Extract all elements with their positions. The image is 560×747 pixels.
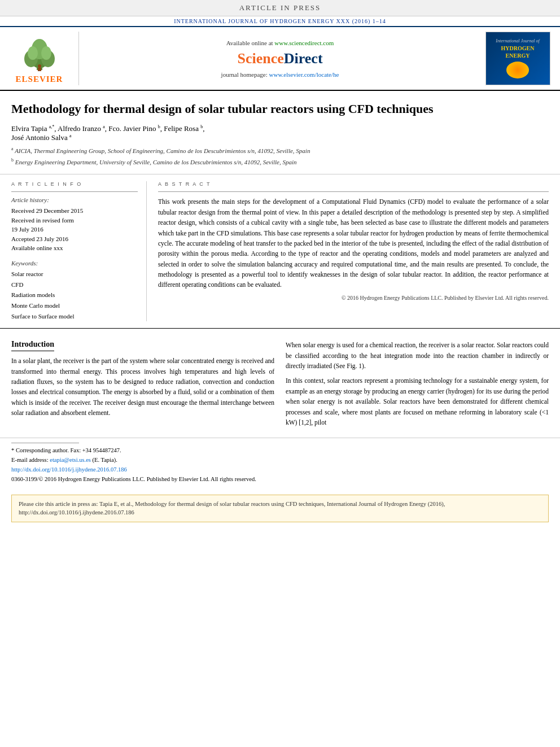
bottom-copyright: 0360-3199/© 2016 Hydrogen Energy Publica… [11, 475, 549, 484]
authors-line: Elvira Tapia a,*, Alfredo Iranzo a, Fco.… [11, 124, 549, 143]
abstract-copyright: © 2016 Hydrogen Energy Publications LLC.… [158, 295, 549, 301]
right-header: International Journal of HYDROGEN ENERGY [481, 32, 554, 85]
body-left: Introduction In a solar plant, the recei… [11, 340, 274, 432]
accepted-date: Accepted 23 July 2016 [11, 234, 138, 244]
keyword-solar-reactor: Solar reactor [11, 269, 138, 279]
journal-homepage-link[interactable]: www.elsevier.com/locate/he [269, 71, 339, 78]
revised-date: 19 July 2016 [11, 225, 138, 234]
svg-point-7 [38, 64, 41, 68]
footnote-divider [11, 443, 79, 443]
article-info-divider [11, 191, 138, 192]
sciencedirect-url[interactable]: www.sciencedirect.com [274, 40, 334, 46]
citation-box: Please cite this article in press as: Ta… [11, 495, 549, 523]
article-title-section: Methodology for thermal design of solar … [0, 91, 560, 174]
available-online: Available online xxx [11, 243, 138, 253]
keyword-surface-to-surface: Surface to Surface model [11, 311, 138, 322]
keyword-radiation-models: Radiation models [11, 290, 138, 300]
elsevier-logo: ELSEVIER [6, 32, 79, 85]
article-info-header: A R T I C L E I N F O [11, 181, 138, 187]
abstract-column: A B S T R A C T This work presents the m… [158, 181, 549, 321]
received-date: Received 29 December 2015 [11, 206, 138, 216]
article-history-label: Article history: [11, 196, 138, 203]
abstract-header: A B S T R A C T [158, 181, 549, 187]
keywords-label: Keywords: [11, 260, 138, 267]
two-column-section: A R T I C L E I N F O Article history: R… [0, 174, 560, 329]
article-info-column: A R T I C L E I N F O Article history: R… [11, 181, 147, 321]
abstract-text: This work presents the main steps for th… [158, 196, 549, 290]
affiliation-b: b Energy Engineering Department, Univers… [11, 157, 549, 167]
affiliation-a: a AICIA, Thermal Engineering Group, Scho… [11, 146, 549, 155]
elsevier-tree-icon [17, 33, 62, 73]
keyword-monte-carlo: Monte Carlo model [11, 300, 138, 311]
received-revised-label: Received in revised form [11, 216, 138, 225]
introduction-heading: Introduction [11, 340, 54, 351]
journal-cover-title: International Journal of HYDROGEN ENERGY [489, 38, 547, 59]
journal-cover-image [506, 62, 529, 78]
keywords-section: Keywords: Solar reactor CFD Radiation mo… [11, 260, 138, 321]
available-online-text: Available online at www.sciencedirect.co… [90, 40, 470, 46]
abstract-divider [158, 191, 549, 192]
center-header: Available online at www.sciencedirect.co… [79, 32, 481, 85]
footnote-section: * Corresponding author. Fax: +34 9544872… [0, 438, 560, 488]
body-right: When solar energy is used for a chemical… [286, 340, 549, 432]
top-header: ELSEVIER Available online at www.science… [0, 27, 560, 91]
elsevier-name: ELSEVIER [16, 75, 63, 84]
body-section: Introduction In a solar plant, the recei… [0, 329, 560, 438]
sciencedirect-logo: ScienceDirect [90, 50, 470, 67]
article-in-press-banner: ARTICLE IN PRESS [0, 0, 560, 16]
email-link[interactable]: etapia@etsi.us.es [50, 457, 91, 463]
svg-point-5 [28, 46, 38, 60]
intro-paragraph-right-1: When solar energy is used for a chemical… [286, 340, 549, 371]
corresponding-author: * Corresponding author. Fax: +34 9544872… [11, 446, 549, 456]
keyword-cfd: CFD [11, 279, 138, 290]
doi-link[interactable]: http://dx.doi.org/10.1016/j.ijhydene.201… [11, 466, 127, 473]
email-line: E-mail address: etapia@etsi.us.es (E. Ta… [11, 456, 549, 465]
intro-paragraph-right-2: In this context, solar reactors represen… [286, 375, 549, 427]
svg-rect-8 [38, 68, 41, 71]
journal-header-bar: INTERNATIONAL JOURNAL OF HYDROGEN ENERGY… [0, 16, 560, 27]
journal-cover: International Journal of HYDROGEN ENERGY [485, 32, 550, 85]
svg-point-6 [41, 46, 51, 60]
journal-homepage-line: journal homepage: www.elsevier.com/locat… [90, 71, 470, 78]
article-main-title: Methodology for thermal design of solar … [11, 101, 549, 117]
intro-paragraph-1: In a solar plant, the receiver is the pa… [11, 356, 274, 418]
doi-line: http://dx.doi.org/10.1016/j.ijhydene.201… [11, 465, 549, 475]
